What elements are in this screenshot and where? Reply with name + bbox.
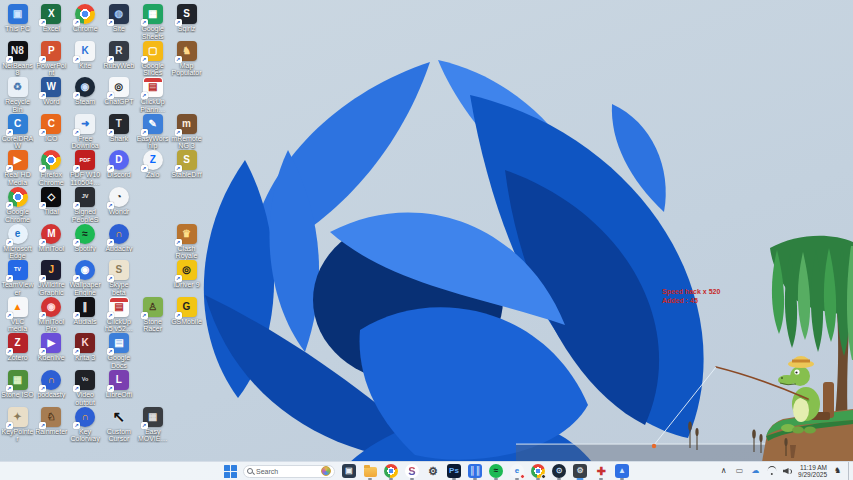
desktop-icon-google-slides[interactable]: ▢↗Google Slides (136, 41, 169, 77)
desktop-icon-wondr[interactable]: ◔↗Wondr (102, 187, 135, 216)
volume-icon (783, 467, 793, 476)
desktop-icon-discord[interactable]: D↗Discord (102, 150, 135, 179)
desktop-icon-minitool[interactable]: M↗MiniTool (35, 224, 68, 253)
desktop-icon-mremoteng-3-freeware[interactable]: m↗mRemoteNG 3 freeware… (170, 114, 203, 150)
desktop-icon-teamviewer[interactable]: TV↗TeamViewer (1, 260, 34, 296)
desktop-icon-sqirlz[interactable]: S↗Sqirlz (170, 4, 203, 33)
desktop-icon-chatgpt[interactable]: ◎↗ChatGPT (102, 77, 135, 106)
taskbar-pause-app-button[interactable]: ║║ (467, 462, 483, 480)
kite-icon: K↗ (75, 41, 95, 61)
taskbar-health-app-button[interactable]: ✚ (593, 462, 609, 480)
search-daily-badge-icon[interactable] (321, 466, 331, 476)
desktop-icon-video-output[interactable]: Vo↗Video output (69, 370, 102, 406)
desktop-icon-powerpoint[interactable]: P↗PowerPoint (35, 41, 68, 77)
taskbar-notify-app-button[interactable]: e (509, 462, 525, 480)
desktop-icon-podcasty[interactable]: ∩↗podcasty (35, 370, 68, 399)
taskbar-settings-button[interactable]: ⚙ (425, 462, 441, 480)
desktop-icon-jwildfire-graphic[interactable]: J↗JWildfire Graphic (35, 260, 68, 296)
desktop-icon-chrome[interactable]: ↗Chrome (69, 4, 102, 33)
pet-tray-icon[interactable]: ♞ (832, 464, 843, 478)
clock[interactable]: 11:19 AM 9/29/2025 (798, 464, 827, 479)
cast-icon[interactable]: ▭ (734, 464, 745, 478)
desktop-icon-rainmeter[interactable]: ♘↗Rainmeter (35, 407, 68, 436)
desktop-icon-spotify[interactable]: ≈↗Spotify (69, 224, 102, 253)
desktop-icon-label: ClickUp h5 v52… (102, 318, 135, 333)
desktop-icon-pdf-w10-110504[interactable]: PDF↗PDF W10 110504… (69, 150, 102, 186)
cloud-icon[interactable]: ☁ (750, 464, 761, 478)
desktop-icon-key-colorway[interactable]: ∩↗Key Colorway (69, 407, 102, 443)
desktop[interactable]: Speed hack x 520 Added : 45 ▣This PCX↗Ex… (0, 0, 853, 480)
desktop-icon-clickup-h5-v52[interactable]: ▤↗ClickUp h5 v52… (102, 297, 135, 333)
desktop-icon-idriver-9[interactable]: ◎↗iDriver 9 (170, 260, 203, 289)
taskbar-spotify-button[interactable]: ≈ (488, 462, 504, 480)
desktop-icon-audacity[interactable]: ∩↗Audacity (102, 224, 135, 253)
taskbar-game-tool-button[interactable]: ⚙ (572, 462, 588, 480)
desktop-icon-wallpaper-engine[interactable]: ◉↗Wallpaper Engine (69, 260, 102, 296)
show-desktop-button[interactable] (848, 462, 851, 480)
desktop-icon-clash-royale[interactable]: ♛↗Clash Royale (170, 224, 203, 260)
desktop-icon-libreoffi[interactable]: L↗LibreOffi (102, 370, 135, 399)
desktop-icon-skype-beta[interactable]: S↗Skype beta (102, 260, 135, 296)
taskbar-chrome-profile-button[interactable] (530, 462, 546, 480)
desktop-icon-stone-iso[interactable]: ▦↗Stone ISO (1, 370, 34, 399)
desktop-icon-easy-movie[interactable]: ▦↗Easy MOVIE… (136, 407, 169, 443)
shortcut-arrow-icon: ↗ (73, 312, 80, 319)
taskbar-steam-button[interactable]: ⊙ (551, 462, 567, 480)
desktop-icon-zalo[interactable]: Z↗Zalo (136, 150, 169, 179)
desktop-icon-clickup-plann[interactable]: ▤↗ClickUp Plann… (136, 77, 169, 113)
desktop-icon-microsoft-edge[interactable]: e↗Microsoft Edge (1, 224, 34, 260)
desktop-icon-this-pc[interactable]: ▣This PC (1, 4, 34, 33)
taskbar-file-explorer-button[interactable] (362, 462, 378, 480)
taskbar-photos-button[interactable]: ▲ (614, 462, 630, 480)
taskbar-photoshop-button[interactable]: Ps (446, 462, 462, 480)
shortcut-arrow-icon: ↗ (107, 129, 114, 136)
desktop-icon-kdenlive[interactable]: ▶↗Kdenlive (35, 333, 68, 362)
desktop-icon-gsmobile[interactable]: G↗GSMobile (170, 297, 203, 326)
free-downloa-icon: ➜↗ (75, 114, 95, 134)
desktop-icon-excel[interactable]: X↗Excel (35, 4, 68, 33)
start-button[interactable] (224, 465, 237, 478)
desktop-icon-keypointer[interactable]: ✦↗KeyPointer (1, 407, 34, 443)
wifi-icon[interactable] (766, 464, 777, 478)
desktop-icon-vlc-media-player[interactable]: ▲↗VLC media player (1, 297, 34, 333)
taskbar-task-view-button[interactable]: ▣ (341, 462, 357, 480)
shortcut-arrow-icon: ↗ (73, 92, 80, 99)
desktop-icon-label: Real HD Media (1, 171, 34, 186)
search-input[interactable]: Search (243, 465, 335, 478)
desktop-icon-real-hd-media[interactable]: ▶↗Real HD Media (1, 150, 34, 186)
desktop-icon-steam[interactable]: ◉↗Steam (69, 77, 102, 106)
desktop-icon-signed-peoples[interactable]: JV↗Signed PeopleS… (69, 187, 102, 223)
desktop-icon-stablediff[interactable]: S↗StableDiff (170, 150, 203, 179)
desktop-icon-recycle-bin[interactable]: ♻Recycle Bin (1, 77, 34, 113)
shortcut-arrow-icon: ↗ (107, 92, 114, 99)
desktop-icon-easyworship-display-tool[interactable]: ✎↗EasyWorship Display Tool (136, 114, 169, 150)
desktop-icon-google-sheets[interactable]: ▦↗Google Sheets (136, 4, 169, 40)
desktop-icon-shark[interactable]: T↗Shark (102, 114, 135, 143)
desktop-icon-map-populator[interactable]: ♞↗Map Populator… (170, 41, 203, 77)
desktop-icon-free-downloa[interactable]: ➜↗Free Downloa… (69, 114, 102, 150)
desktop-icon-custom-cursor[interactable]: ↖Custom Cursor (102, 407, 135, 443)
taskbar-chrome-button[interactable] (383, 462, 399, 480)
desktop-icon-site[interactable]: ◍↗Site (102, 4, 135, 33)
desktop-icon-zotero[interactable]: Z↗Zotero (1, 333, 34, 362)
taskbar-s-app-button[interactable]: S (404, 462, 420, 480)
desktop-icon-krita-3[interactable]: K↗Krita 3 (69, 333, 102, 362)
desktop-icon-kite[interactable]: K↗Kite (69, 41, 102, 70)
desktop-icon-ico[interactable]: C↗ICO (35, 114, 68, 143)
desktop-icon-google-chrome[interactable]: ↗Google Chrome (1, 187, 34, 223)
desktop-icon-audials[interactable]: ∥↗Audials (69, 297, 102, 326)
desktop-icon-stone-racer[interactable]: ♙↗Stone Racer (136, 297, 169, 333)
tray-chevron-icon[interactable]: ∧ (718, 464, 729, 478)
desktop-icon-google-docs[interactable]: ▤↗Google Docs (102, 333, 135, 369)
desktop-icon-label: Wondr (102, 208, 135, 216)
desktop-icon-minitool-pro[interactable]: ◉↗MiniTool Pro (35, 297, 68, 333)
desktop-icon-rubyweb[interactable]: R↗RubyWeb (102, 41, 135, 70)
site-icon: ◍↗ (109, 4, 129, 24)
desktop-icon-firefox-chrome[interactable]: ↗Firefox Chrome (35, 150, 68, 186)
desktop-icon-word[interactable]: W↗Word (35, 77, 68, 106)
desktop-icon-coreldraw[interactable]: C↗CorelDRAW (1, 114, 34, 150)
desktop-icon-tidal[interactable]: ◇↗Tidal (35, 187, 68, 216)
volume-icon[interactable] (782, 464, 793, 478)
desktop-icon-netbeans-8[interactable]: N8↗NetBeans 8 (1, 41, 34, 77)
gsmobile-icon: G↗ (177, 297, 197, 317)
